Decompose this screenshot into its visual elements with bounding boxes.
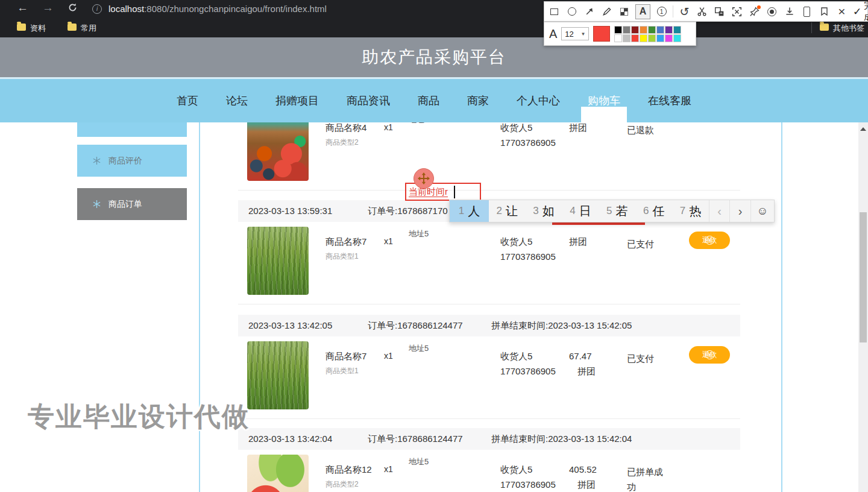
back-icon[interactable]: ← xyxy=(17,1,28,14)
candidate-char: 让 xyxy=(506,203,518,219)
rect-tool-icon[interactable] xyxy=(548,5,561,18)
font-style-icon[interactable]: A xyxy=(549,27,557,41)
ellipse-tool-icon[interactable] xyxy=(565,5,578,18)
palette-color[interactable] xyxy=(673,26,681,34)
page-scrollbar[interactable] xyxy=(858,122,868,492)
text-cursor xyxy=(454,186,455,198)
palette-color[interactable] xyxy=(656,26,664,34)
other-bookmarks[interactable]: 其他书签 xyxy=(833,23,864,34)
palette-color[interactable] xyxy=(665,26,673,34)
product-quantity: x1 xyxy=(384,464,393,474)
arrow-tool-icon[interactable] xyxy=(583,5,596,18)
order-price: 67.47 xyxy=(569,351,592,361)
nav-item-service[interactable]: 在线客服 xyxy=(634,79,705,122)
forward-icon[interactable]: → xyxy=(42,1,54,14)
toolbar-divider xyxy=(673,5,673,17)
current-color-swatch[interactable] xyxy=(593,26,610,42)
palette-color[interactable] xyxy=(623,34,631,42)
record-icon[interactable] xyxy=(766,5,778,18)
close-icon[interactable]: × xyxy=(835,5,848,18)
nav-item-forum[interactable]: 论坛 xyxy=(212,79,262,122)
product-image[interactable] xyxy=(247,227,309,295)
bookmark-save-icon[interactable] xyxy=(818,5,831,18)
send-to-phone-icon[interactable] xyxy=(800,5,813,18)
ime-candidate[interactable]: 2 让 xyxy=(489,200,526,222)
annotation-move-handle[interactable] xyxy=(414,168,434,189)
sidebar-item-product-review[interactable]: 商品评价 xyxy=(77,145,187,177)
order-row: 商品名称7 商品类型1 x1 地址5 收货人5 17703786905 拼团 已… xyxy=(238,222,740,304)
check-icon: ✓ xyxy=(853,5,861,18)
product-image[interactable] xyxy=(247,341,309,409)
nav-item-products[interactable]: 商品 xyxy=(404,79,453,122)
palette-color[interactable] xyxy=(665,34,673,42)
bookmark-ziliao[interactable]: 资料 xyxy=(30,23,46,34)
step-number-tool-icon[interactable]: 1 xyxy=(655,5,668,18)
done-button[interactable]: ✓ 完成 xyxy=(853,0,868,23)
palette-color[interactable] xyxy=(640,26,647,34)
font-size-value: 12 xyxy=(565,30,573,39)
ime-candidate[interactable]: 5 若 xyxy=(599,200,635,222)
palette-color[interactable] xyxy=(631,34,639,42)
ime-candidate[interactable]: 4 日 xyxy=(562,200,599,222)
palette-color[interactable] xyxy=(623,26,631,34)
order-mode: 拼团 xyxy=(577,479,596,491)
snip-text-options-panel: A 12 ▼ xyxy=(544,22,696,46)
ocr-icon[interactable] xyxy=(731,5,743,18)
refund-label: 退款 xyxy=(702,235,717,245)
refund-button[interactable]: ¥ 退款 xyxy=(689,232,730,249)
sidebar-item-product-orders[interactable]: 商品订单 xyxy=(77,188,187,220)
address-url[interactable]: localhost:8080/zhunongchanpincaigou/fron… xyxy=(108,4,327,14)
page-info-icon[interactable]: i xyxy=(92,4,102,14)
ime-candidate[interactable]: 6 任 xyxy=(635,200,672,222)
ime-prev-page-icon[interactable]: ‹ xyxy=(709,200,729,222)
ime-candidate[interactable]: 3 如 xyxy=(526,200,562,222)
scrollbar-up-arrow[interactable] xyxy=(860,127,866,131)
product-name: 商品名称7 xyxy=(326,236,366,248)
palette-color[interactable] xyxy=(631,26,639,34)
nav-item-cart[interactable]: 购物车 xyxy=(574,79,634,122)
nav-item-merchants[interactable]: 商家 xyxy=(453,79,503,122)
download-icon[interactable] xyxy=(783,5,796,18)
scrollbar-thumb[interactable] xyxy=(860,212,867,342)
refund-label: 退款 xyxy=(702,350,717,360)
watermark-text: 专业毕业设计代做 xyxy=(28,399,250,435)
palette-color[interactable] xyxy=(673,34,681,42)
palette-color[interactable] xyxy=(648,34,656,42)
mosaic-tool-icon[interactable] xyxy=(618,5,631,18)
product-quantity: x1 xyxy=(384,236,393,246)
nav-item-donate[interactable]: 捐赠项目 xyxy=(262,79,333,122)
ime-next-page-icon[interactable]: › xyxy=(729,200,750,222)
undo-icon[interactable]: ↺ xyxy=(678,5,691,18)
ime-candidate[interactable]: 7 热 xyxy=(672,200,709,222)
candidate-number: 1 xyxy=(459,205,464,217)
order-time: 2023-03-13 13:42:04 xyxy=(248,434,332,444)
pen-tool-icon[interactable] xyxy=(600,5,613,18)
candidate-number: 7 xyxy=(680,205,685,217)
ime-candidate[interactable]: 1 人 xyxy=(450,200,489,222)
bookmark-changyong[interactable]: 常用 xyxy=(81,23,96,34)
pin-icon[interactable] xyxy=(748,5,761,18)
palette-color[interactable] xyxy=(614,26,622,34)
palette-color[interactable] xyxy=(614,34,622,42)
font-size-dropdown[interactable]: 12 ▼ xyxy=(561,27,589,40)
palette-color[interactable] xyxy=(648,26,656,34)
palette-color[interactable] xyxy=(656,34,664,42)
translate-icon[interactable] xyxy=(713,5,726,18)
product-image[interactable] xyxy=(247,455,309,492)
nav-item-home[interactable]: 首页 xyxy=(163,79,212,122)
order-header: 2023-03-13 13:42:04 订单号:1678686124477 拼单… xyxy=(238,428,740,450)
nav-item-news[interactable]: 商品资讯 xyxy=(333,79,404,122)
ime-emoji-icon[interactable]: ☺ xyxy=(750,200,774,222)
product-image[interactable] xyxy=(247,122,309,181)
text-tool-icon[interactable]: A xyxy=(635,4,650,19)
candidate-char: 任 xyxy=(652,203,664,219)
snowflake-icon xyxy=(93,200,101,208)
nav-item-profile[interactable]: 个人中心 xyxy=(503,79,574,122)
snip-toolbar: A 1 ↺ × ✓ 完成 xyxy=(544,1,868,22)
sidebar-item-partial[interactable] xyxy=(77,122,187,137)
reload-icon[interactable] xyxy=(68,2,78,16)
palette-color[interactable] xyxy=(640,34,647,42)
region-cut-icon[interactable] xyxy=(696,5,708,18)
refund-button[interactable]: ¥ 退款 xyxy=(689,346,730,364)
folder-icon xyxy=(820,24,829,31)
